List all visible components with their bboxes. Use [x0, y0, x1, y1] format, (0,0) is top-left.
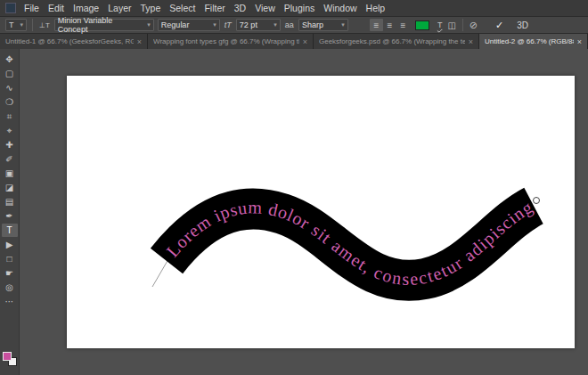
text-orientation-toggle-icon[interactable]: ⊥T [37, 19, 53, 32]
align-right-button[interactable]: ≡ [396, 19, 410, 31]
canvas-artwork: Lorem ipsum dolor sit amet, consectetur … [67, 76, 575, 348]
color-swatch-stack [3, 352, 17, 366]
eraser-tool[interactable]: ◪ [2, 181, 18, 194]
menu-window[interactable]: Window [319, 0, 361, 17]
type-tool-preset-icon: T [9, 20, 14, 29]
eyedropper-tool[interactable]: ⌖ [2, 124, 18, 137]
tab-wrapping-font-types[interactable]: Wrapping font types gfg @ 66.7% (Wrappin… [148, 34, 314, 49]
menu-bar: File Edit Image Layer Type Select Filter… [0, 0, 588, 17]
spot-healing-tool[interactable]: ✚ [2, 138, 18, 151]
type-tool-options-bar: T ▾ ⊥T Minion Variable Concept ▾ Regular… [0, 17, 588, 34]
brush-tool[interactable]: ✐ [2, 152, 18, 166]
menu-view[interactable]: View [250, 0, 280, 17]
menu-plugins[interactable]: Plugins [280, 0, 319, 17]
menu-help[interactable]: Help [362, 0, 390, 17]
document-canvas[interactable]: Lorem ipsum dolor sit amet, consectetur … [67, 76, 575, 348]
gradient-tool[interactable]: ▤ [2, 195, 18, 208]
tab-geeksforgeeks-psd[interactable]: Geeksforgeeks.psd @ 66.7% (Wrapping the … [314, 34, 479, 49]
tool-preset-picker[interactable]: T ▾ [5, 19, 27, 31]
tab-label: Wrapping font types gfg @ 66.7% (Wrappin… [153, 37, 299, 45]
close-icon[interactable]: × [577, 37, 582, 46]
align-left-button[interactable]: ≡ [370, 19, 383, 31]
font-family-value: Minion Variable Concept [58, 16, 143, 34]
font-size-icon: tT [222, 19, 234, 32]
move-tool[interactable]: ✥ [2, 53, 18, 66]
edit-toolbar-ellipsis[interactable]: ⋯ [2, 295, 18, 308]
menu-type[interactable]: Type [135, 0, 165, 17]
3d-mode-button[interactable]: 3D [511, 20, 534, 30]
menu-layer[interactable]: Layer [103, 0, 135, 17]
anti-alias-value: Sharp [302, 20, 323, 29]
menu-select[interactable]: Select [165, 0, 200, 17]
close-icon[interactable]: × [137, 37, 142, 46]
menu-file[interactable]: File [20, 0, 44, 17]
font-style-value: Regular [161, 20, 190, 29]
text-color-swatch[interactable] [415, 20, 429, 30]
cancel-edits-button[interactable]: ⊘ [467, 19, 480, 32]
menu-3d[interactable]: 3D [230, 0, 250, 17]
tools-panel: ✥ ▢ ∿ ❍ ⌗ ⌖ ✚ ✐ ▣ ◪ ▤ ✒ T ▶ □ ☛ ◎ ⋯ [0, 49, 20, 375]
font-style-select[interactable]: Regular ▾ [158, 19, 220, 31]
type-path-tail-line [152, 259, 168, 287]
menu-edit[interactable]: Edit [44, 0, 69, 17]
close-icon[interactable]: × [303, 37, 307, 46]
chevron-down-icon: ▾ [274, 21, 277, 29]
chevron-down-icon: ▾ [20, 21, 23, 29]
photoshop-app-icon [5, 3, 16, 13]
menu-image[interactable]: Image [69, 0, 103, 17]
font-size-select[interactable]: 72 pt ▾ [236, 19, 281, 31]
chevron-down-icon: ▾ [147, 21, 151, 29]
clone-stamp-tool[interactable]: ▣ [2, 167, 18, 180]
zoom-tool[interactable]: ◎ [2, 281, 18, 294]
path-selection-tool[interactable]: ▶ [2, 238, 18, 251]
tab-untitled-2[interactable]: Untitled-2 @ 66.7% (RGB/8#) × [479, 34, 588, 49]
font-size-value: 72 pt [240, 20, 257, 29]
rectangular-marquee-tool[interactable]: ▢ [2, 67, 18, 80]
commit-edits-button[interactable]: ✓ [493, 19, 506, 32]
crop-tool[interactable]: ⌗ [2, 110, 18, 123]
quick-selection-tool[interactable]: ❍ [2, 95, 18, 109]
type-tool[interactable]: T [2, 224, 18, 237]
rectangle-shape-tool[interactable]: □ [2, 252, 18, 265]
tab-label: Untitled-1 @ 66.7% (GeeksforGeeks, RGB/8… [5, 37, 134, 45]
menu-filter[interactable]: Filter [200, 0, 229, 17]
align-center-button[interactable]: ≡ [383, 19, 396, 31]
chevron-down-icon: ▾ [341, 21, 345, 29]
warp-text-icon[interactable]: T [435, 19, 445, 32]
lasso-tool[interactable]: ∿ [2, 81, 18, 94]
document-tab-bar: Untitled-1 @ 66.7% (GeeksforGeeks, RGB/8… [0, 34, 588, 49]
toggle-panels-icon[interactable]: ◫ [445, 19, 458, 32]
paragraph-align-group: ≡ ≡ ≡ [370, 19, 410, 31]
close-icon[interactable]: × [469, 37, 473, 46]
tab-untitled-1[interactable]: Untitled-1 @ 66.7% (GeeksforGeeks, RGB/8… [0, 34, 148, 49]
font-family-select[interactable]: Minion Variable Concept ▾ [54, 19, 154, 31]
anti-alias-icon: aa [282, 19, 297, 32]
path-end-anchor-handle[interactable] [534, 198, 540, 204]
chevron-down-icon: ▾ [213, 21, 216, 29]
tab-label: Geeksforgeeks.psd @ 66.7% (Wrapping the … [319, 37, 465, 45]
hand-tool[interactable]: ☛ [2, 266, 18, 280]
workspace: Lorem ipsum dolor sit amet, consectetur … [20, 49, 588, 375]
pen-tool[interactable]: ✒ [2, 209, 18, 223]
tab-label: Untitled-2 @ 66.7% (RGB/8#) [485, 37, 574, 45]
divider [32, 19, 33, 31]
anti-alias-select[interactable]: Sharp ▾ [298, 19, 348, 31]
foreground-color-swatch[interactable] [3, 352, 12, 361]
divider [462, 19, 463, 31]
